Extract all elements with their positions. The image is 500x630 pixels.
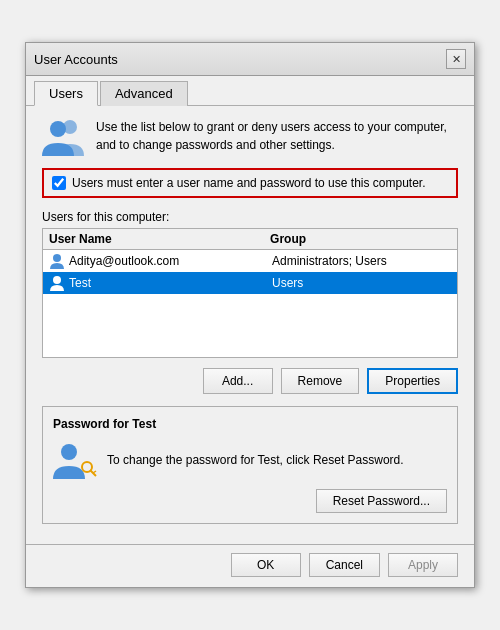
user-row-name: Test: [69, 276, 268, 290]
must-enter-password-section: Users must enter a user name and passwor…: [42, 168, 458, 198]
tab-users[interactable]: Users: [34, 81, 98, 106]
password-text: To change the password for Test, click R…: [107, 452, 447, 469]
table-row[interactable]: Test Users: [43, 272, 457, 294]
info-section: Use the list below to grant or deny user…: [42, 118, 458, 156]
svg-point-4: [61, 444, 77, 460]
tab-advanced[interactable]: Advanced: [100, 81, 188, 106]
column-header-username: User Name: [49, 232, 270, 246]
must-enter-password-checkbox[interactable]: [52, 176, 66, 190]
ok-button[interactable]: OK: [231, 553, 301, 577]
password-section: Password for Test To change the password…: [42, 406, 458, 524]
tab-content: Use the list below to grant or deny user…: [26, 106, 474, 536]
table-header: User Name Group: [43, 229, 457, 250]
table-row[interactable]: Aditya@outlook.com Administrators; Users: [43, 250, 457, 272]
info-text: Use the list below to grant or deny user…: [96, 118, 458, 154]
svg-point-3: [53, 276, 61, 284]
tab-bar: Users Advanced: [26, 76, 474, 106]
dialog-footer: OK Cancel Apply: [26, 544, 474, 587]
column-header-group: Group: [270, 232, 451, 246]
user-action-buttons: Add... Remove Properties: [42, 368, 458, 394]
reset-password-btn-row: Reset Password...: [53, 489, 447, 513]
password-user-icon: [53, 441, 97, 479]
dialog-title: User Accounts: [34, 52, 118, 67]
password-section-title: Password for Test: [53, 417, 447, 431]
user-row-group: Users: [272, 276, 451, 290]
properties-button[interactable]: Properties: [367, 368, 458, 394]
user-row-name: Aditya@outlook.com: [69, 254, 268, 268]
svg-point-2: [53, 254, 61, 262]
users-icon: [42, 118, 86, 156]
close-button[interactable]: ✕: [446, 49, 466, 69]
user-row-icon: [49, 275, 65, 291]
title-bar: User Accounts ✕: [26, 43, 474, 76]
reset-password-button[interactable]: Reset Password...: [316, 489, 447, 513]
apply-button[interactable]: Apply: [388, 553, 458, 577]
user-row-group: Administrators; Users: [272, 254, 451, 268]
svg-line-7: [93, 471, 96, 473]
users-section-label: Users for this computer:: [42, 210, 458, 224]
user-row-icon: [49, 253, 65, 269]
remove-button[interactable]: Remove: [281, 368, 360, 394]
svg-point-1: [50, 121, 66, 137]
table-empty-space: [43, 294, 457, 354]
add-button[interactable]: Add...: [203, 368, 273, 394]
cancel-button[interactable]: Cancel: [309, 553, 380, 577]
password-inner: To change the password for Test, click R…: [53, 441, 447, 479]
user-accounts-dialog: User Accounts ✕ Users Advanced: [25, 42, 475, 588]
users-table: User Name Group Aditya@outlook.com Admin…: [42, 228, 458, 358]
must-enter-password-label: Users must enter a user name and passwor…: [72, 176, 426, 190]
